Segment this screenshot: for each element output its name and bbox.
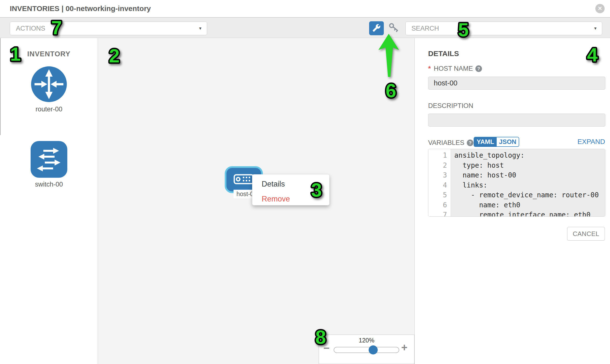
actions-dropdown[interactable]: ACTIONS ▾ [10, 22, 207, 35]
switch-icon [31, 174, 67, 179]
code-gutter: 1 2 3 4 5 6 7 [428, 149, 451, 216]
code-line: ansible_topology: [454, 151, 605, 161]
inventory-panel-title: INVENTORY [0, 50, 98, 58]
variables-format-toggle: YAML JSON [474, 137, 519, 147]
palette-item-router[interactable]: router-00 [31, 66, 67, 113]
required-marker: * [428, 65, 431, 72]
code-line: name: eth0 [454, 200, 605, 210]
topology-canvas[interactable]: host-00 Details Remove 120% − + [98, 38, 415, 364]
description-label-row: DESCRIPTION [428, 102, 473, 110]
help-icon[interactable]: ? [475, 65, 482, 72]
menu-item-remove[interactable]: Remove [252, 195, 329, 203]
line-number: 5 [428, 190, 451, 200]
line-number: 4 [428, 181, 451, 190]
help-icon[interactable]: ? [467, 140, 473, 146]
code-line: name: host-00 [454, 170, 605, 181]
close-button[interactable]: ✕ [595, 4, 605, 13]
host-name-input[interactable]: host-00 [428, 77, 605, 90]
wrench-icon [372, 24, 381, 33]
switch-label: switch-00 [31, 181, 67, 188]
expand-link[interactable]: EXPAND [577, 138, 605, 146]
details-panel-title: DETAILS [428, 50, 459, 58]
host-name-label-row: * HOST NAME ? [428, 65, 482, 72]
code-line: - remote_device_name: router-00 [454, 190, 605, 200]
inventory-topology-app: INVENTORIES | 00-networking-inventory ✕ … [0, 0, 610, 364]
code-area: ansible_topology: type: host name: host-… [451, 149, 605, 216]
chevron-down-icon: ▾ [594, 22, 597, 35]
variables-label-row: VARIABLES ? [428, 139, 473, 147]
line-number: 3 [428, 170, 451, 181]
zoom-in-button[interactable]: + [401, 342, 408, 353]
palette-item-switch[interactable]: switch-00 [31, 141, 67, 188]
variables-code-editor[interactable]: 1 2 3 4 5 6 7 ansible_topology: type: ho… [428, 149, 605, 217]
key-icon [388, 22, 400, 35]
tools-button[interactable] [369, 21, 384, 35]
variables-label: VARIABLES [428, 139, 464, 147]
code-line: type: host [454, 161, 605, 171]
router-icon [31, 99, 67, 103]
search-dropdown[interactable]: SEARCH ▾ [405, 22, 602, 35]
inventory-panel: INVENTORY router-00 [0, 38, 98, 364]
router-label: router-00 [31, 105, 67, 113]
close-icon: ✕ [598, 5, 602, 12]
actions-dropdown-label: ACTIONS [16, 22, 45, 35]
description-input[interactable] [428, 114, 605, 127]
code-line: remote_interface_name: eth0 [454, 210, 605, 217]
host-name-label: HOST NAME [434, 65, 473, 72]
page-title: INVENTORIES | 00-networking-inventory [10, 0, 151, 17]
description-label: DESCRIPTION [428, 102, 473, 110]
host-icon [234, 174, 254, 185]
code-line: links: [454, 181, 605, 190]
cancel-button[interactable]: CANCEL [567, 227, 605, 241]
toolbar: ACTIONS ▾ SEARCH ▾ [0, 18, 610, 38]
tab-json[interactable]: JSON [497, 137, 519, 146]
search-dropdown-label: SEARCH [412, 22, 439, 35]
key-button[interactable] [387, 22, 401, 35]
menu-item-details[interactable]: Details [252, 180, 329, 188]
zoom-slider-thumb[interactable] [369, 345, 378, 354]
header-bar: INVENTORIES | 00-networking-inventory ✕ [0, 0, 610, 18]
line-number: 6 [428, 200, 451, 210]
line-number: 2 [428, 161, 451, 171]
zoom-out-button[interactable]: − [323, 343, 330, 353]
zoom-level: 120% [319, 337, 414, 344]
node-context-menu: Details Remove [252, 174, 329, 205]
zoom-slider-track[interactable] [334, 347, 399, 353]
details-panel: DETAILS * HOST NAME ? host-00 DESCRIPTIO… [415, 38, 610, 364]
zoom-control: 120% − + [319, 335, 415, 364]
line-number: 7 [428, 210, 451, 217]
chevron-down-icon: ▾ [199, 22, 201, 35]
line-number: 1 [428, 151, 451, 161]
tab-yaml[interactable]: YAML [474, 137, 497, 146]
